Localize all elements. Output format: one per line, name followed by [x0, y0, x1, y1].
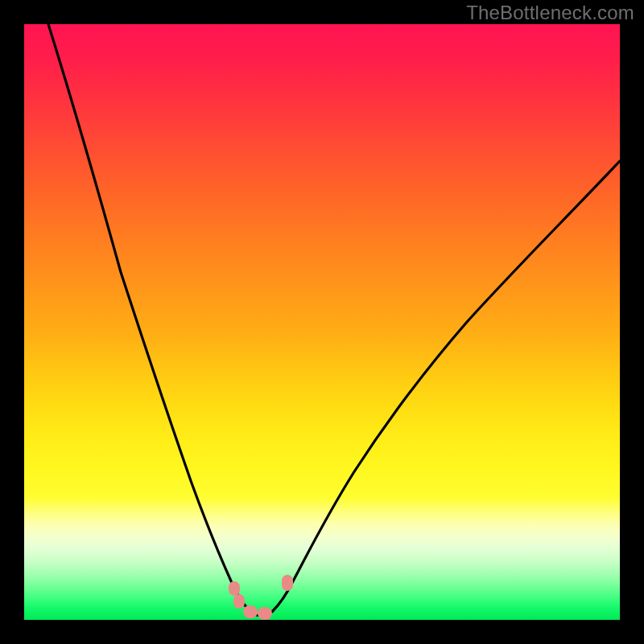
bottleneck-curve: [48, 24, 620, 616]
marker-dot: [243, 605, 258, 618]
chart-svg: [24, 24, 620, 620]
marker-dot: [233, 594, 245, 609]
watermark-text: TheBottleneck.com: [466, 2, 634, 24]
marker-dot: [258, 607, 272, 620]
marker-dot: [282, 575, 293, 591]
chart-frame: TheBottleneck.com: [0, 0, 644, 644]
marker-dot: [229, 581, 240, 596]
